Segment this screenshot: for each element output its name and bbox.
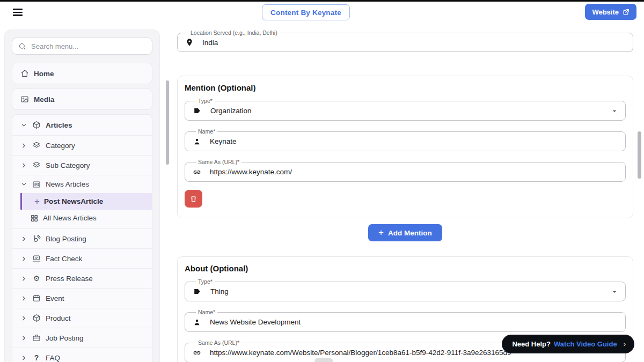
- sidebar-card-home: Home: [12, 63, 152, 84]
- app-window: Content By Keynate Website: [0, 0, 644, 362]
- chevron-right-icon: [20, 255, 27, 262]
- sidebar-item-news-articles[interactable]: News Articles: [12, 175, 152, 193]
- layers-icon: [32, 161, 41, 169]
- question-icon: ?: [32, 353, 41, 362]
- sidebar-item-label: Event: [46, 294, 64, 302]
- newspaper-icon: [32, 180, 41, 189]
- media-image-icon: [20, 95, 29, 104]
- gear-icon: ⚙: [32, 275, 41, 282]
- about-section-title: About (Optional): [185, 264, 626, 273]
- website-button[interactable]: Website: [585, 4, 636, 20]
- about-name-value: News Website Development: [210, 318, 301, 326]
- sidebar-card-articles: Articles Category Sub Category: [12, 114, 152, 362]
- delete-mention-button[interactable]: [185, 190, 202, 208]
- mention-type-value: Organization: [210, 107, 252, 115]
- chevron-right-icon: [20, 235, 27, 242]
- chevron-down-icon: [20, 122, 27, 129]
- field-label: Type*: [196, 98, 215, 104]
- plus-icon: +: [378, 227, 384, 238]
- sidebar-item-press-release[interactable]: ⚙ Press Release: [12, 268, 152, 288]
- sidebar-item-articles[interactable]: Articles: [12, 115, 152, 135]
- home-icon: [20, 69, 29, 78]
- location-value: India: [202, 39, 218, 47]
- person-icon: [193, 137, 201, 146]
- mention-name-value: Keynate: [210, 137, 237, 145]
- location-served-field[interactable]: Location Served (e.g., India, Delhi) Ind…: [177, 30, 633, 52]
- person-icon: [193, 318, 201, 327]
- sidebar-item-label: Product: [46, 314, 71, 322]
- field-label: Same As (URL)*: [196, 159, 241, 165]
- sidebar-item-sub-category[interactable]: Sub Category: [12, 155, 152, 175]
- sidebar-scrollbar[interactable]: [166, 80, 169, 165]
- sidebar-item-category[interactable]: Category: [12, 135, 152, 155]
- calendar-icon: [32, 294, 41, 302]
- watch-video-guide-link[interactable]: Watch Video Guide: [554, 340, 617, 348]
- chevron-right-icon: [20, 142, 27, 149]
- sidebar-item-product[interactable]: Product: [12, 308, 152, 328]
- sidebar-item-label: Articles: [46, 121, 72, 129]
- field-label: Name*: [196, 129, 217, 135]
- sidebar-item-job-posting[interactable]: Job Posting: [12, 328, 152, 348]
- main-content: Location Served (e.g., India, Delhi) Ind…: [177, 24, 633, 362]
- sidebar-item-fact-check[interactable]: Fact Check: [12, 248, 152, 268]
- link-icon: [193, 168, 201, 176]
- dropdown-caret-icon[interactable]: [610, 107, 619, 115]
- sidebar-item-event[interactable]: Event: [12, 288, 152, 308]
- help-prefix: Need Help?: [512, 340, 551, 348]
- sidebar-item-label: Blog Posting: [46, 235, 86, 243]
- layers-icon: [32, 141, 41, 150]
- chevron-right-icon: [20, 354, 27, 361]
- add-mention-button[interactable]: + Add Mention: [368, 224, 442, 241]
- mention-section-title: Mention (Optional): [185, 83, 626, 92]
- sidebar-item-label: Press Release: [46, 275, 93, 283]
- sidebar-item-all-news-articles[interactable]: All News Articles: [20, 210, 152, 226]
- tag-icon: [193, 287, 202, 296]
- search-input[interactable]: [31, 42, 146, 50]
- help-pill[interactable]: Need Help? Watch Video Guide ›: [502, 335, 634, 353]
- sidebar-card-media: Media: [12, 88, 152, 110]
- link-icon: [193, 349, 201, 357]
- sidebar-item-home[interactable]: Home: [12, 63, 152, 84]
- briefcase-icon: [32, 334, 41, 342]
- about-type-field[interactable]: Type* Thing: [185, 279, 626, 301]
- sidebar-item-label: FAQ: [46, 354, 60, 362]
- about-sameas-value: https://www.keynate.com/Website/Personal…: [210, 349, 511, 357]
- location-pin-icon: [185, 38, 194, 47]
- mention-sameas-field[interactable]: Same As (URL)* https://www.keynate.com/: [185, 159, 626, 182]
- grid-icon: [30, 214, 39, 223]
- website-button-label: Website: [592, 8, 619, 16]
- chevron-right-icon: [20, 295, 27, 302]
- hamburger-menu-icon[interactable]: [13, 8, 24, 17]
- main-scrollbar[interactable]: [638, 131, 641, 179]
- fact-check-icon: [32, 254, 41, 263]
- sidebar-group-news-articles: News Articles + Post NewsArticle All New…: [12, 175, 152, 228]
- sidebar-item-post-newsarticle[interactable]: + Post NewsArticle: [20, 193, 152, 210]
- window-top-edge: [0, 0, 644, 2]
- sidebar-search[interactable]: [12, 38, 152, 55]
- mention-name-field[interactable]: Name* Keynate: [185, 129, 626, 151]
- sidebar-item-label: Sub Category: [46, 161, 90, 169]
- mention-type-field[interactable]: Type* Organization: [185, 98, 626, 121]
- sidebar-item-media[interactable]: Media: [12, 89, 152, 109]
- brand-button[interactable]: Content By Keynate: [262, 4, 350, 20]
- plus-icon: +: [34, 197, 40, 206]
- field-label: Same As (URL)*: [196, 340, 241, 346]
- about-name-field[interactable]: Name* News Website Development: [185, 309, 626, 332]
- sidebar-item-faq[interactable]: ? FAQ: [12, 348, 152, 362]
- sidebar-item-label: Home: [34, 70, 54, 78]
- sidebar-item-blog-posting[interactable]: Blog Posting: [12, 228, 152, 248]
- hidden-element-edge: [314, 358, 333, 362]
- search-icon: [18, 42, 26, 50]
- sidebar-item-label: Job Posting: [46, 334, 84, 342]
- sidebar: Home Media Articles: [4, 29, 160, 362]
- sidebar-item-label: Post NewsArticle: [44, 197, 103, 205]
- chevron-right-icon: ›: [624, 340, 626, 348]
- mention-section: Mention (Optional) Type* Organization Na…: [177, 76, 633, 218]
- chevron-right-icon: [20, 275, 27, 282]
- chevron-down-icon: [20, 181, 27, 188]
- sidebar-item-label: Media: [34, 95, 54, 104]
- tag-icon: [193, 106, 202, 115]
- dropdown-caret-icon[interactable]: [610, 287, 619, 296]
- about-type-value: Thing: [210, 287, 229, 295]
- field-label: Type*: [196, 279, 215, 285]
